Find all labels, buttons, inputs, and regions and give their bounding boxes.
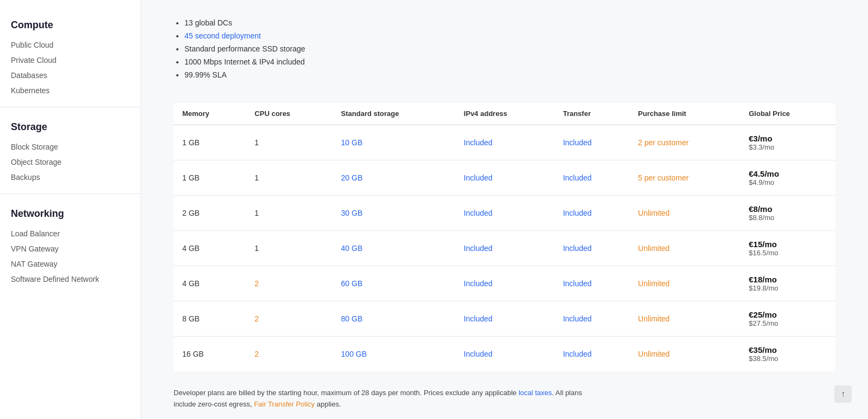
- sidebar-item-private-cloud[interactable]: Private Cloud: [11, 53, 130, 68]
- cell-limit: Unlimited: [629, 337, 740, 372]
- col-storage: Standard storage: [333, 103, 455, 125]
- sidebar-item-nat-gateway[interactable]: NAT Gateway: [11, 256, 130, 272]
- cell-price: €8/mo $8.8/mo: [740, 196, 835, 231]
- features-list: 13 global DCs 45 second deployment Stand…: [174, 16, 835, 81]
- sidebar-section-storage: Storage Block Storage Object Storage Bac…: [0, 113, 141, 194]
- feature-item-0: 13 global DCs: [184, 16, 835, 29]
- table-row: 4 GB 1 40 GB Included Included Unlimited…: [174, 231, 835, 266]
- sidebar-item-object-storage[interactable]: Object Storage: [11, 154, 130, 170]
- sidebar-item-public-cloud[interactable]: Public Cloud: [11, 37, 130, 53]
- cell-transfer: Included: [554, 231, 629, 266]
- local-taxes-link[interactable]: local taxes: [519, 389, 552, 397]
- cell-limit: Unlimited: [629, 231, 740, 266]
- table-row: 2 GB 1 30 GB Included Included Unlimited…: [174, 196, 835, 231]
- cell-ipv4: Included: [455, 196, 554, 231]
- table-row: 16 GB 2 100 GB Included Included Unlimit…: [174, 337, 835, 372]
- cell-ipv4: Included: [455, 301, 554, 337]
- footer-note: Developer plans are billed by the starti…: [174, 388, 597, 410]
- cell-transfer: Included: [554, 301, 629, 337]
- table-body: 1 GB 1 10 GB Included Included 2 per cus…: [174, 125, 835, 371]
- cell-limit: Unlimited: [629, 301, 740, 337]
- cell-transfer: Included: [554, 266, 629, 301]
- col-cpu: CPU cores: [246, 103, 332, 125]
- table-row: 8 GB 2 80 GB Included Included Unlimited…: [174, 301, 835, 337]
- cell-storage: 40 GB: [333, 231, 455, 266]
- cell-cpu: 2: [246, 301, 332, 337]
- cell-ipv4: Included: [455, 266, 554, 301]
- cell-price: €18/mo $19.8/mo: [740, 266, 835, 301]
- cell-memory: 4 GB: [174, 266, 246, 301]
- cell-cpu: 2: [246, 266, 332, 301]
- cell-cpu: 1: [246, 125, 332, 160]
- cell-limit: Unlimited: [629, 266, 740, 301]
- cell-cpu: 1: [246, 196, 332, 231]
- feature-item-1: 45 second deployment: [184, 29, 835, 42]
- sidebar-item-databases[interactable]: Databases: [11, 68, 130, 83]
- cell-memory: 1 GB: [174, 125, 246, 160]
- cell-ipv4: Included: [455, 125, 554, 160]
- cell-memory: 8 GB: [174, 301, 246, 337]
- sidebar: Compute Public Cloud Private Cloud Datab…: [0, 0, 141, 419]
- main-content: 13 global DCs 45 second deployment Stand…: [141, 0, 868, 419]
- cell-price: €35/mo $38.5/mo: [740, 337, 835, 372]
- cell-limit: Unlimited: [629, 196, 740, 231]
- cell-memory: 4 GB: [174, 231, 246, 266]
- cell-transfer: Included: [554, 160, 629, 196]
- cell-cpu: 2: [246, 337, 332, 372]
- cell-limit: 2 per customer: [629, 125, 740, 160]
- cell-price: €15/mo $16.5/mo: [740, 231, 835, 266]
- cell-memory: 1 GB: [174, 160, 246, 196]
- table-row: 1 GB 1 10 GB Included Included 2 per cus…: [174, 125, 835, 160]
- sidebar-item-sdn[interactable]: Software Defined Network: [11, 272, 130, 287]
- col-transfer: Transfer: [554, 103, 629, 125]
- cell-transfer: Included: [554, 125, 629, 160]
- cell-memory: 2 GB: [174, 196, 246, 231]
- cell-ipv4: Included: [455, 160, 554, 196]
- cell-transfer: Included: [554, 337, 629, 372]
- feature-item-3: 1000 Mbps Internet & IPv4 included: [184, 55, 835, 68]
- table-header-row: Memory CPU cores Standard storage IPv4 a…: [174, 103, 835, 125]
- scroll-to-top-button[interactable]: ↑: [834, 385, 852, 403]
- cell-cpu: 1: [246, 160, 332, 196]
- page-layout: Compute Public Cloud Private Cloud Datab…: [0, 0, 868, 419]
- fair-transfer-link[interactable]: Fair Transfer Policy: [254, 400, 315, 408]
- cell-transfer: Included: [554, 196, 629, 231]
- sidebar-item-block-storage[interactable]: Block Storage: [11, 139, 130, 154]
- sidebar-section-title-storage: Storage: [11, 121, 130, 133]
- feature-item-2: Standard performance SSD storage: [184, 42, 835, 55]
- cell-storage: 60 GB: [333, 266, 455, 301]
- col-ipv4: IPv4 address: [455, 103, 554, 125]
- cell-limit: 5 per customer: [629, 160, 740, 196]
- cell-price: €25/mo $27.5/mo: [740, 301, 835, 337]
- cell-price: €4.5/mo $4.9/mo: [740, 160, 835, 196]
- sidebar-item-kubernetes[interactable]: Kubernetes: [11, 83, 130, 98]
- cell-cpu: 1: [246, 231, 332, 266]
- cell-storage: 100 GB: [333, 337, 455, 372]
- sidebar-item-vpn-gateway[interactable]: VPN Gateway: [11, 241, 130, 256]
- cell-storage: 20 GB: [333, 160, 455, 196]
- cell-ipv4: Included: [455, 337, 554, 372]
- cell-memory: 16 GB: [174, 337, 246, 372]
- cell-storage: 30 GB: [333, 196, 455, 231]
- feature-link-deployment[interactable]: 45 second deployment: [184, 31, 261, 40]
- sidebar-item-backups[interactable]: Backups: [11, 170, 130, 185]
- table-row: 1 GB 1 20 GB Included Included 5 per cus…: [174, 160, 835, 196]
- sidebar-item-load-balancer[interactable]: Load Balancer: [11, 226, 130, 241]
- sidebar-section-title-networking: Networking: [11, 208, 130, 220]
- cell-price: €3/mo $3.3/mo: [740, 125, 835, 160]
- sidebar-section-title-compute: Compute: [11, 20, 130, 31]
- pricing-table: Memory CPU cores Standard storage IPv4 a…: [174, 103, 835, 371]
- cell-storage: 80 GB: [333, 301, 455, 337]
- feature-item-4: 99.99% SLA: [184, 68, 835, 81]
- col-memory: Memory: [174, 103, 246, 125]
- sidebar-section-networking: Networking Load Balancer VPN Gateway NAT…: [0, 199, 141, 295]
- col-limit: Purchase limit: [629, 103, 740, 125]
- table-row: 4 GB 2 60 GB Included Included Unlimited…: [174, 266, 835, 301]
- sidebar-section-compute: Compute Public Cloud Private Cloud Datab…: [0, 11, 141, 107]
- col-price: Global Price: [740, 103, 835, 125]
- cell-ipv4: Included: [455, 231, 554, 266]
- cell-storage: 10 GB: [333, 125, 455, 160]
